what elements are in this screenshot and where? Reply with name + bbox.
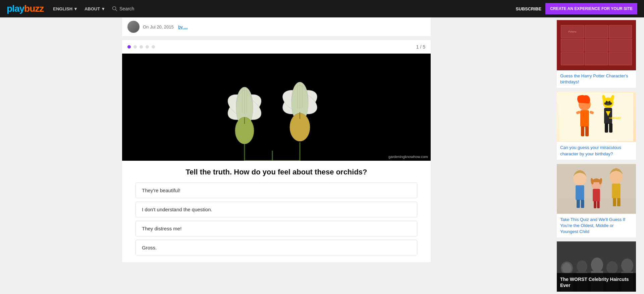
svg-rect-29 bbox=[585, 126, 589, 136]
hp-grid: Potions bbox=[561, 25, 632, 65]
logo-buzz: buzz bbox=[24, 3, 44, 14]
sidebar-card-hp[interactable]: Potions Guess the Harry Potter Character… bbox=[557, 20, 636, 88]
hp-card-title: Guess the Harry Potter Character's birth… bbox=[557, 70, 636, 88]
quiz-image-container: gardeningknowhow.com bbox=[122, 54, 431, 161]
brady-card-title: Take This Quiz and We'll Guess If You're… bbox=[557, 214, 636, 238]
hp-cell bbox=[561, 39, 584, 52]
quiz-progress-bar: 1 / 5 bbox=[122, 40, 431, 54]
chevron-down-icon: ▼ bbox=[73, 6, 78, 11]
avatar bbox=[127, 21, 140, 33]
hp-cell bbox=[609, 39, 632, 52]
quiz-option-3[interactable]: They distress me! bbox=[136, 221, 417, 236]
create-experience-button[interactable]: CREATE AN EXPERIENCE FOR YOUR SITE bbox=[545, 3, 637, 14]
hp-card-link[interactable]: Guess the Harry Potter Character's birth… bbox=[560, 73, 628, 84]
orchid-image: gardeningknowhow.com bbox=[122, 54, 431, 161]
article-date: On Jul 20, 2015 bbox=[143, 24, 174, 29]
quiz-option-4[interactable]: Gross. bbox=[136, 240, 417, 255]
brady-card-image bbox=[557, 164, 636, 214]
sidebar-card-celebrity[interactable]: The WORST Celebrity Haircuts Ever bbox=[557, 241, 636, 292]
svg-rect-28 bbox=[581, 126, 584, 136]
progress-dots bbox=[127, 45, 155, 49]
navbar: playbuzz ENGLISH ▼ ABOUT ▼ Search SUBSCR… bbox=[0, 0, 644, 17]
svg-rect-25 bbox=[559, 93, 633, 141]
brady-svg bbox=[557, 164, 636, 214]
sidebar-card-miraculous[interactable]: HAWKLEZ Can you guess your miraculous ch… bbox=[557, 92, 636, 159]
quiz-option-1[interactable]: They're beautiful! bbox=[136, 182, 417, 198]
navbar-right: SUBSCRIBE CREATE AN EXPERIENCE FOR YOUR … bbox=[516, 3, 637, 14]
svg-point-0 bbox=[113, 7, 116, 10]
svg-point-61 bbox=[562, 263, 572, 274]
progress-dot-5 bbox=[152, 45, 155, 49]
celebrity-overlay: The WORST Celebrity Haircuts Ever bbox=[557, 273, 636, 292]
svg-rect-40 bbox=[609, 123, 612, 133]
hp-cell bbox=[561, 52, 584, 65]
progress-dot-2 bbox=[133, 45, 137, 49]
main-content: On Jul 20, 2015 by ... 1 / 5 bbox=[115, 17, 437, 294]
celebrity-haircuts-title: The WORST Celebrity Haircuts Ever bbox=[560, 276, 633, 288]
svg-rect-57 bbox=[557, 164, 636, 214]
quiz-card: 1 / 5 bbox=[122, 40, 431, 262]
hp-cell bbox=[609, 25, 632, 38]
progress-dot-4 bbox=[146, 45, 149, 49]
quiz-question: Tell the truth. How do you feel about th… bbox=[122, 161, 431, 182]
quiz-options: They're beautiful! I don't understand th… bbox=[122, 182, 431, 262]
site-logo[interactable]: playbuzz bbox=[7, 3, 44, 14]
article-meta: On Jul 20, 2015 by ... bbox=[122, 17, 431, 36]
chevron-down-icon: ▼ bbox=[101, 6, 105, 11]
svg-point-68 bbox=[621, 259, 633, 273]
svg-text:HAWKLEZ: HAWKLEZ bbox=[609, 117, 621, 119]
svg-rect-39 bbox=[605, 123, 608, 133]
nav-links: ENGLISH ▼ ABOUT ▼ Search bbox=[50, 5, 134, 13]
avatar-image bbox=[127, 21, 140, 33]
miraculous-card-title: Can you guess your miraculous character … bbox=[557, 142, 636, 159]
celebrity-card-image: The WORST Celebrity Haircuts Ever bbox=[557, 241, 636, 292]
nav-about[interactable]: ABOUT ▼ bbox=[82, 5, 108, 13]
orchid-svg bbox=[196, 54, 357, 161]
quiz-option-2[interactable]: I don't understand the question. bbox=[136, 202, 417, 217]
page-wrapper: On Jul 20, 2015 by ... 1 / 5 bbox=[0, 17, 644, 294]
nav-english[interactable]: ENGLISH ▼ bbox=[50, 5, 80, 13]
miraculous-svg: HAWKLEZ bbox=[559, 93, 633, 141]
logo-play: play bbox=[7, 3, 24, 14]
image-credit: gardeningknowhow.com bbox=[388, 155, 428, 159]
svg-line-1 bbox=[116, 10, 117, 11]
search-label: Search bbox=[119, 6, 134, 11]
hp-cell bbox=[585, 39, 608, 52]
svg-point-66 bbox=[606, 261, 618, 274]
article-author-link[interactable]: by ... bbox=[178, 24, 187, 29]
svg-rect-2 bbox=[196, 54, 357, 161]
svg-point-64 bbox=[591, 258, 603, 272]
sidebar: Potions Guess the Harry Potter Character… bbox=[553, 17, 640, 294]
hp-cell: Potions bbox=[561, 25, 584, 38]
progress-count: 1 / 5 bbox=[416, 44, 425, 50]
search-icon bbox=[112, 6, 117, 11]
sidebar-card-brady[interactable]: Take This Quiz and We'll Guess If You're… bbox=[557, 164, 636, 238]
miraculous-card-image: HAWKLEZ bbox=[557, 92, 636, 142]
svg-point-62 bbox=[577, 261, 587, 273]
hp-cell bbox=[585, 52, 608, 65]
miraculous-card-link[interactable]: Can you guess your miraculous character … bbox=[560, 145, 621, 156]
svg-rect-27 bbox=[580, 110, 589, 127]
hp-cell bbox=[585, 25, 608, 38]
search-area[interactable]: Search bbox=[112, 6, 134, 11]
progress-dot-1 bbox=[127, 45, 131, 49]
hp-cell bbox=[609, 52, 632, 65]
brady-card-link[interactable]: Take This Quiz and We'll Guess If You're… bbox=[560, 217, 625, 234]
subscribe-button[interactable]: SUBSCRIBE bbox=[516, 6, 542, 11]
hp-card-image: Potions bbox=[557, 20, 636, 70]
progress-dot-3 bbox=[140, 45, 143, 49]
